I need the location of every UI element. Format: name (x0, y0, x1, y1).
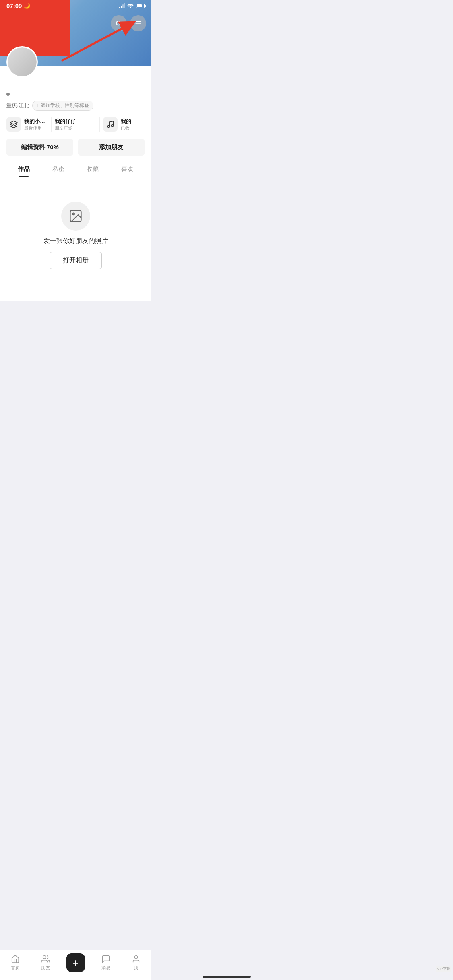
mini-prog-name-2: 我的 (121, 118, 131, 125)
empty-text: 发一张你好朋友的照片 (43, 237, 108, 245)
action-buttons: 编辑资料 70% 添加朋友 (6, 135, 145, 160)
tab-likes[interactable]: 喜欢 (110, 161, 145, 177)
tab-private[interactable]: 私密 (41, 161, 76, 177)
mini-programs-row: 我的小程序 最近使用 我的仔仔 朋友广场 我的 已收 (6, 114, 145, 135)
svg-point-5 (108, 126, 110, 128)
empty-icon-circle (61, 202, 90, 231)
mini-prog-divider-1 (99, 117, 100, 132)
tab-favorites[interactable]: 收藏 (76, 161, 110, 177)
dot-indicator (6, 93, 10, 96)
add-tag-button[interactable]: + 添加学校、性别等标签 (32, 101, 93, 111)
svg-point-6 (112, 125, 114, 127)
mini-prog-sub-2: 已收 (121, 125, 131, 131)
open-album-button[interactable]: 打开相册 (50, 252, 102, 269)
mini-prog-divider-0 (51, 117, 52, 132)
svg-rect-2 (135, 25, 141, 25)
svg-point-8 (72, 213, 74, 215)
content-tabs: 作品 私密 收藏 喜欢 (6, 161, 145, 177)
avatar-image (8, 47, 37, 76)
mini-prog-sub-1: 朋友广场 (55, 125, 76, 131)
avatar[interactable] (6, 46, 38, 78)
mini-prog-info-0: 我的小程序 最近使用 (24, 118, 48, 131)
add-friend-button[interactable]: 添加朋友 (78, 139, 145, 156)
edit-profile-button[interactable]: 编辑资料 70% (6, 139, 73, 156)
mini-program-item-0[interactable]: 我的小程序 最近使用 (6, 117, 48, 132)
wifi-icon (127, 3, 134, 9)
menu-button[interactable] (130, 15, 146, 31)
search-button[interactable] (111, 15, 127, 31)
mini-prog-sub-0: 最近使用 (24, 125, 48, 131)
battery-icon (136, 4, 145, 8)
moon-icon: 🌙 (24, 3, 30, 9)
profile-section: 重庆·江北 + 添加学校、性别等标签 我的小程序 最近使用 我的仔仔 朋友广场 (0, 66, 151, 177)
signal-icon (119, 4, 125, 8)
empty-state: 发一张你好朋友的照片 打开相册 (0, 177, 151, 301)
avatar-area (6, 46, 38, 78)
photo-icon (68, 209, 83, 223)
add-tag-label: + 添加学校、性别等标签 (37, 102, 89, 109)
header-buttons (111, 15, 146, 31)
location-text: 重庆·江北 (6, 102, 29, 109)
mini-program-item-1[interactable]: 我的仔仔 朋友广场 (55, 118, 96, 131)
mini-prog-info-1: 我的仔仔 朋友广场 (55, 118, 76, 131)
svg-rect-1 (135, 23, 141, 24)
mini-prog-name-0: 我的小程序 (24, 118, 48, 125)
mini-prog-name-1: 我的仔仔 (55, 118, 76, 125)
mini-prog-info-2: 我的 已收 (121, 118, 131, 131)
mini-prog-icon-2 (103, 117, 118, 132)
status-bar: 07:09 🌙 (0, 0, 151, 12)
status-icons (119, 3, 145, 9)
location-tags: 重庆·江北 + 添加学校、性别等标签 (6, 97, 145, 114)
svg-rect-0 (135, 21, 141, 22)
mini-program-item-2[interactable]: 我的 已收 (103, 117, 145, 132)
mini-prog-icon-0 (6, 117, 21, 132)
menu-icon (134, 19, 142, 27)
search-icon (115, 19, 123, 27)
status-time: 07:09 (6, 2, 22, 9)
tab-works[interactable]: 作品 (6, 161, 41, 177)
